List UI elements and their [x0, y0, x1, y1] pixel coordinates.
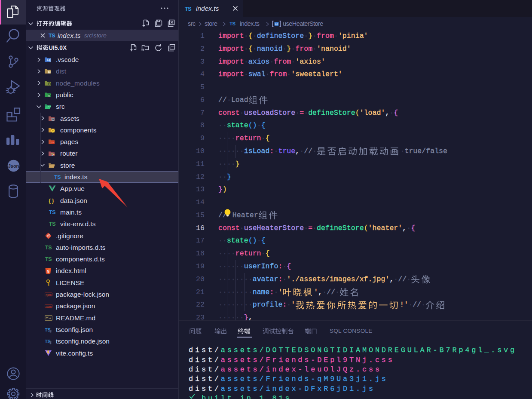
svg-text:5: 5 [47, 269, 49, 273]
svg-text:Json: Json [8, 163, 19, 169]
svg-text:npm: npm [46, 293, 52, 296]
svg-text:TS: TS [49, 209, 55, 215]
svg-text:TS: TS [45, 256, 52, 262]
svg-text:TS: TS [54, 174, 61, 180]
svg-text:TS: TS [49, 221, 55, 227]
svg-text:npm: npm [46, 304, 52, 308]
svg-text:TS: TS [229, 21, 236, 26]
svg-text:TS: TS [185, 6, 191, 12]
svg-text:<>: <> [52, 141, 54, 144]
svg-text:TS: TS [45, 245, 52, 251]
svg-text:js: js [48, 83, 50, 85]
svg-text:{ }: { } [49, 197, 54, 204]
svg-text:TS: TS [49, 33, 55, 39]
